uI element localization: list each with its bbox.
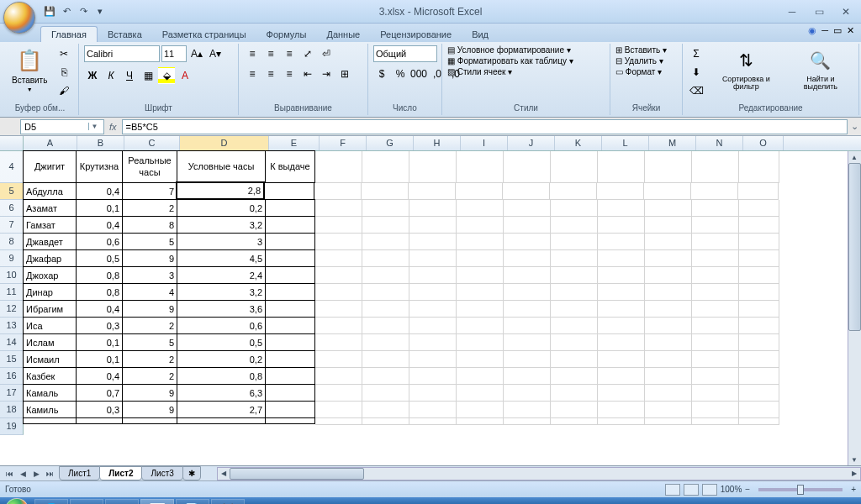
cell[interactable] xyxy=(739,250,779,267)
ribbon-tab-4[interactable]: Данные xyxy=(316,27,370,42)
cell[interactable] xyxy=(551,351,598,368)
cell[interactable]: 2 xyxy=(122,367,177,385)
cell[interactable] xyxy=(645,250,692,267)
cell[interactable] xyxy=(692,217,739,234)
cell[interactable] xyxy=(504,151,551,183)
cell[interactable] xyxy=(551,200,598,217)
cell[interactable] xyxy=(315,385,362,402)
cell[interactable] xyxy=(551,301,598,318)
normal-view-icon[interactable] xyxy=(665,484,680,496)
cell[interactable]: 5 xyxy=(122,333,177,351)
cell[interactable] xyxy=(692,301,739,318)
cell[interactable] xyxy=(550,183,597,200)
delete-cells-button[interactable]: ⊟ Удалить ▾ xyxy=(615,56,663,66)
cell[interactable] xyxy=(315,402,362,418)
cell-styles-button[interactable]: ▨ Стили ячеек ▾ xyxy=(447,67,512,76)
cell[interactable]: 0,8 xyxy=(76,283,123,301)
zoom-thumb[interactable] xyxy=(797,485,804,495)
cell[interactable] xyxy=(409,351,457,368)
sheet-first-icon[interactable]: ⏮ xyxy=(3,468,15,480)
cell[interactable] xyxy=(598,368,645,385)
format-painter-icon[interactable]: 🖌 xyxy=(55,82,72,99)
cell[interactable] xyxy=(645,334,692,351)
cell[interactable] xyxy=(504,351,551,368)
cell[interactable]: 0,5 xyxy=(177,333,266,351)
cell[interactable] xyxy=(265,317,315,334)
cell[interactable]: 0,1 xyxy=(76,199,123,217)
cell[interactable] xyxy=(739,418,779,425)
cell[interactable]: 3,6 xyxy=(177,300,266,318)
cell[interactable] xyxy=(692,418,739,425)
align-bottom-icon[interactable]: ≡ xyxy=(281,45,298,62)
cell[interactable] xyxy=(645,351,692,368)
cell[interactable] xyxy=(409,151,457,183)
cell[interactable]: Джохар xyxy=(23,266,77,284)
cell[interactable]: 0,2 xyxy=(177,199,266,217)
row-header-17[interactable]: 17 xyxy=(0,385,24,402)
cell[interactable] xyxy=(598,151,645,183)
select-all-corner[interactable] xyxy=(0,136,24,150)
cell[interactable]: 0,3 xyxy=(76,401,123,418)
cell[interactable] xyxy=(597,183,644,200)
zoom-slider[interactable] xyxy=(758,488,843,491)
merge-icon[interactable]: ⊞ xyxy=(336,66,353,82)
orientation-icon[interactable]: ⤢ xyxy=(299,45,316,62)
cell[interactable]: 0,4 xyxy=(76,216,123,234)
cell[interactable] xyxy=(314,183,362,200)
cell[interactable] xyxy=(739,151,779,183)
scroll-down-icon[interactable]: ▼ xyxy=(848,454,860,465)
cell[interactable] xyxy=(739,351,779,368)
row-header-5[interactable]: 5 xyxy=(0,183,24,200)
cell[interactable]: 0,4 xyxy=(76,367,123,385)
cell[interactable] xyxy=(739,301,779,318)
sheet-tab-Лист2[interactable]: Лист2 xyxy=(99,466,142,480)
row-header-15[interactable]: 15 xyxy=(0,351,24,368)
cell[interactable] xyxy=(264,182,314,200)
bold-button[interactable]: Ж xyxy=(84,67,101,84)
cell[interactable] xyxy=(265,401,315,418)
cell[interactable] xyxy=(645,217,692,234)
row-header-16[interactable]: 16 xyxy=(0,368,24,385)
ribbon-tab-6[interactable]: Вид xyxy=(462,27,499,42)
cell[interactable] xyxy=(692,351,739,368)
cell[interactable] xyxy=(23,417,77,424)
cell[interactable]: 4 xyxy=(122,283,177,301)
cell[interactable] xyxy=(598,318,645,334)
new-sheet-button[interactable]: ✱ xyxy=(182,466,201,480)
autosum-icon[interactable]: Σ xyxy=(688,45,705,62)
row-header-4[interactable]: 4 xyxy=(0,151,24,183)
cell[interactable] xyxy=(457,234,504,250)
save-icon[interactable]: 💾 xyxy=(42,4,57,19)
cell[interactable]: 2 xyxy=(122,350,177,368)
zoom-in-icon[interactable]: + xyxy=(851,485,856,494)
row-header-12[interactable]: 12 xyxy=(0,301,24,318)
task-ie[interactable]: 🌐 xyxy=(34,499,68,504)
ribbon-tab-5[interactable]: Рецензирование xyxy=(370,27,462,42)
cell[interactable] xyxy=(315,284,362,301)
cell[interactable] xyxy=(692,334,739,351)
qat-customize-icon[interactable]: ▾ xyxy=(92,4,108,19)
cell[interactable]: 2,4 xyxy=(177,266,266,284)
column-header-G[interactable]: G xyxy=(367,136,414,150)
row-header-11[interactable]: 11 xyxy=(0,284,24,301)
cell[interactable] xyxy=(598,234,645,250)
cell[interactable]: Джафар xyxy=(23,249,77,267)
cell[interactable] xyxy=(504,318,551,334)
column-header-C[interactable]: C xyxy=(124,136,180,150)
cell[interactable] xyxy=(362,301,409,318)
horizontal-scrollbar[interactable]: ◀ ▶ xyxy=(217,467,861,480)
row-header-19[interactable]: 19 xyxy=(0,418,24,435)
underline-button[interactable]: Ч xyxy=(121,67,138,84)
cell[interactable] xyxy=(645,385,692,402)
cell[interactable] xyxy=(457,368,504,385)
cell[interactable] xyxy=(265,300,315,318)
undo-icon[interactable]: ↶ xyxy=(59,4,74,19)
cell[interactable]: 0,8 xyxy=(76,266,123,284)
mdi-restore-icon[interactable]: ▭ xyxy=(833,25,842,36)
minimize-button[interactable]: ─ xyxy=(782,5,802,18)
cell[interactable] xyxy=(645,234,692,250)
grow-font-icon[interactable]: A▴ xyxy=(188,45,205,62)
cell[interactable] xyxy=(265,367,315,385)
cut-icon[interactable]: ✂ xyxy=(55,45,72,62)
cell[interactable]: Абдулла xyxy=(23,182,77,200)
